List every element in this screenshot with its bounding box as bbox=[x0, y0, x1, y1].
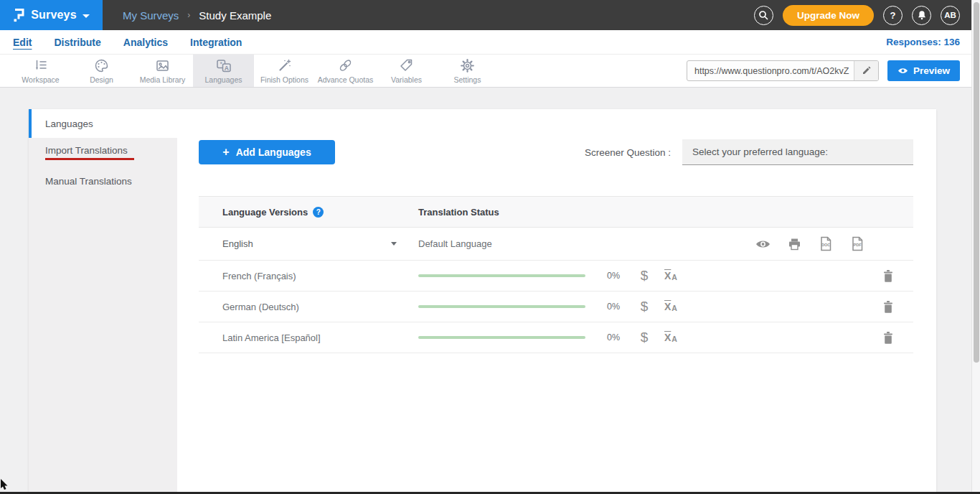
table-row-language: Latin America [Español] 0% $ XA bbox=[199, 322, 913, 353]
magic-wand-icon bbox=[277, 58, 292, 73]
table-row-language: German (Deutsch) 0% $ XA bbox=[199, 292, 913, 322]
toolbar-item-media-library[interactable]: Media Library bbox=[132, 55, 193, 87]
toolbar-item-advance-quotas[interactable]: Advance Quotas bbox=[315, 55, 376, 87]
upgrade-now-button[interactable]: Upgrade Now bbox=[783, 5, 874, 26]
image-icon bbox=[155, 58, 170, 73]
toolbar-item-variables[interactable]: Variables bbox=[376, 55, 437, 87]
search-icon bbox=[758, 10, 768, 20]
tab-distribute[interactable]: Distribute bbox=[54, 34, 100, 50]
search-button[interactable] bbox=[754, 6, 773, 25]
edit-url-button[interactable] bbox=[854, 61, 878, 80]
export-doc-button[interactable]: DOC bbox=[819, 236, 833, 251]
auto-translate-button[interactable]: XA bbox=[664, 270, 683, 281]
help-circle-icon[interactable]: ? bbox=[313, 207, 324, 218]
toolbar-item-design[interactable]: Design bbox=[71, 55, 132, 87]
help-button[interactable]: ? bbox=[883, 6, 903, 25]
toolbar-item-settings[interactable]: Settings bbox=[437, 55, 498, 87]
page-content: Languages Import Translations Manual Tra… bbox=[0, 88, 980, 494]
workspace-icon bbox=[33, 58, 48, 73]
default-row-actions: DOC PDF bbox=[755, 236, 913, 251]
printer-icon bbox=[788, 238, 801, 251]
pencil-icon bbox=[862, 66, 871, 75]
breadcrumb-separator-icon: › bbox=[187, 10, 190, 20]
breadcrumb: My Surveys › Study Example bbox=[123, 9, 271, 22]
toolbar-right: https://www.questionpro.com/t/AO2kvZ Pre… bbox=[687, 55, 980, 87]
top-bar: Surveys My Surveys › Study Example Upgra… bbox=[0, 0, 980, 30]
translation-percent: 0% bbox=[607, 302, 626, 312]
column-translation-status: Translation Status bbox=[418, 207, 499, 218]
toolbar-item-languages[interactable]: * A Languages bbox=[193, 55, 254, 87]
avatar[interactable]: AB bbox=[941, 6, 960, 25]
avatar-initials: AB bbox=[944, 11, 956, 19]
toolbar-item-workspace[interactable]: Workspace bbox=[10, 55, 71, 87]
breadcrumb-my-surveys[interactable]: My Surveys bbox=[123, 9, 179, 22]
auto-translate-button[interactable]: XA bbox=[664, 301, 683, 312]
questionpro-logo-icon bbox=[13, 7, 25, 23]
tab-analytics[interactable]: Analytics bbox=[123, 34, 168, 50]
nav-tabs: Edit Distribute Analytics Integration bbox=[13, 34, 242, 50]
action-row: + Add Languages Screener Question : Sele… bbox=[199, 139, 913, 165]
chevron-down-icon[interactable] bbox=[391, 242, 397, 246]
translation-progress-bar bbox=[418, 305, 585, 308]
language-name: Latin America [Español] bbox=[222, 332, 321, 343]
survey-url-text[interactable]: https://www.questionpro.com/t/AO2kvZ bbox=[687, 66, 854, 76]
language-name: French (Français) bbox=[222, 271, 296, 281]
screener-question-select[interactable]: Select your preferred language: bbox=[682, 139, 913, 165]
mouse-cursor bbox=[0, 479, 9, 493]
delete-language-button[interactable] bbox=[882, 331, 894, 345]
languages-card: Languages Import Translations Manual Tra… bbox=[29, 109, 936, 494]
print-button[interactable] bbox=[788, 238, 801, 251]
translation-percent: 0% bbox=[607, 271, 626, 281]
tab-integration[interactable]: Integration bbox=[190, 34, 242, 50]
trash-icon bbox=[882, 300, 894, 314]
svg-text:A: A bbox=[224, 64, 228, 71]
export-pdf-button[interactable]: PDF bbox=[850, 236, 864, 251]
language-name: German (Deutsch) bbox=[222, 302, 299, 312]
view-survey-button[interactable] bbox=[755, 239, 771, 249]
survey-url-field: https://www.questionpro.com/t/AO2kvZ bbox=[687, 60, 879, 81]
languages-sidebar: Languages Import Translations Manual Tra… bbox=[29, 109, 177, 494]
paid-translation-button[interactable]: $ bbox=[636, 268, 653, 284]
question-mark-icon: ? bbox=[890, 10, 896, 21]
paid-translation-button[interactable]: $ bbox=[636, 299, 653, 314]
responses-count[interactable]: Responses: 136 bbox=[886, 37, 960, 47]
table-header: Language Versions ? Translation Status bbox=[199, 196, 913, 228]
doc-file-icon: DOC bbox=[819, 236, 833, 251]
scrollbar-thumb[interactable] bbox=[974, 2, 979, 363]
default-language-name: English bbox=[222, 238, 253, 249]
table-row-language: French (Français) 0% $ XA bbox=[199, 261, 913, 292]
toolbar-item-finish-options[interactable]: Finish Options bbox=[254, 55, 315, 87]
annotation-red-underline bbox=[45, 158, 134, 160]
sidebar-item-import-translations[interactable]: Import Translations bbox=[29, 138, 177, 167]
edit-toolbar: Workspace Design Media Library * bbox=[0, 55, 980, 88]
screener-question-label: Screener Question : bbox=[585, 147, 671, 158]
preview-button[interactable]: Preview bbox=[887, 60, 960, 81]
auto-translate-button[interactable]: XA bbox=[664, 332, 683, 343]
add-languages-button[interactable]: + Add Languages bbox=[199, 140, 335, 164]
tab-edit[interactable]: Edit bbox=[13, 34, 32, 50]
sidebar-item-languages[interactable]: Languages bbox=[29, 109, 177, 138]
notifications-button[interactable] bbox=[912, 6, 931, 25]
pdf-file-icon: PDF bbox=[850, 236, 864, 251]
translation-progress-bar bbox=[418, 274, 585, 277]
tag-icon bbox=[399, 58, 414, 73]
delete-language-button[interactable] bbox=[882, 300, 894, 314]
chain-links-icon bbox=[338, 58, 353, 73]
paid-translation-button[interactable]: $ bbox=[636, 330, 653, 345]
eye-icon bbox=[897, 67, 908, 75]
translation-percent: 0% bbox=[607, 332, 626, 342]
palette-icon bbox=[94, 58, 109, 73]
sidebar-item-manual-translations[interactable]: Manual Translations bbox=[29, 167, 177, 195]
product-switcher[interactable]: Surveys bbox=[0, 0, 103, 30]
topbar-actions: Upgrade Now ? AB bbox=[754, 5, 980, 26]
delete-language-button[interactable] bbox=[882, 269, 894, 283]
languages-main: + Add Languages Screener Question : Sele… bbox=[177, 109, 936, 494]
plus-icon: + bbox=[222, 146, 229, 159]
survey-nav: Edit Distribute Analytics Integration Re… bbox=[0, 30, 980, 55]
translation-progress-bar bbox=[418, 336, 585, 339]
bell-icon bbox=[917, 10, 927, 20]
language-versions-table: Language Versions ? Translation Status E… bbox=[199, 196, 913, 353]
trash-icon bbox=[882, 269, 894, 283]
gear-icon bbox=[460, 58, 475, 73]
page-scrollbar[interactable] bbox=[971, 0, 980, 494]
